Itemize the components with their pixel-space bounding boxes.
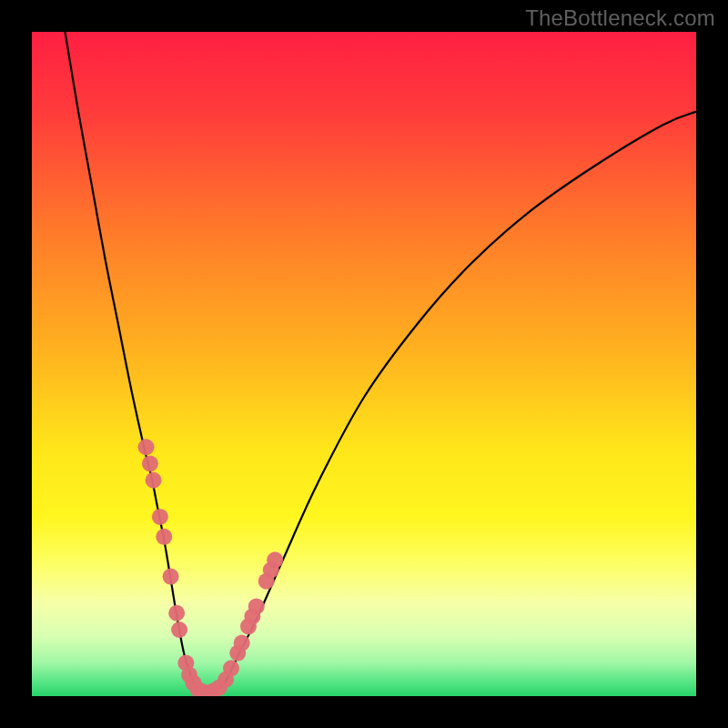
data-marker bbox=[267, 551, 283, 568]
data-marker bbox=[234, 635, 250, 652]
data-marker bbox=[168, 605, 185, 622]
data-marker bbox=[138, 439, 155, 455]
data-marker bbox=[142, 456, 158, 472]
curve-layer bbox=[32, 32, 696, 696]
data-marker bbox=[156, 529, 172, 545]
bottleneck-curve bbox=[66, 32, 697, 693]
data-marker bbox=[223, 660, 239, 676]
data-marker bbox=[146, 472, 162, 489]
data-marker bbox=[171, 622, 187, 638]
plot-area bbox=[32, 32, 696, 696]
data-marker bbox=[248, 598, 265, 614]
data-marker bbox=[163, 569, 179, 585]
chart-frame: TheBottleneck.com bbox=[0, 0, 728, 728]
marker-group bbox=[138, 439, 284, 696]
watermark-text: TheBottleneck.com bbox=[525, 5, 715, 31]
data-marker bbox=[152, 509, 168, 525]
